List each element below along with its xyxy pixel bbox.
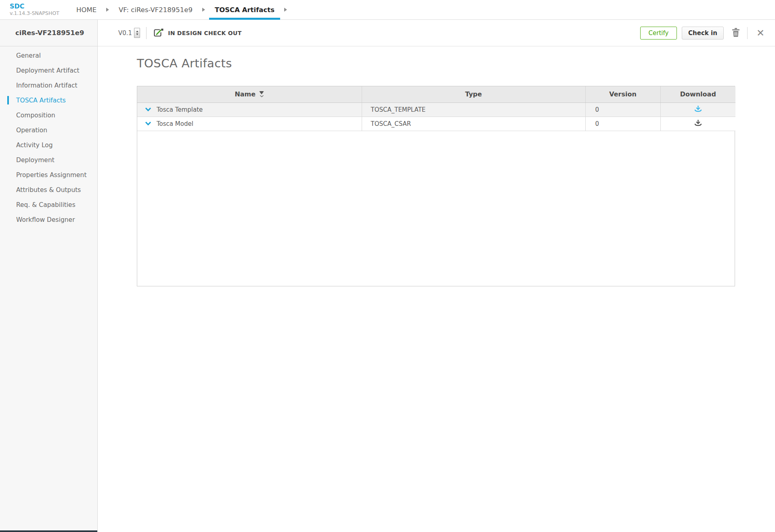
close-button[interactable]: ✕ <box>755 27 766 39</box>
chevron-down-icon <box>145 106 151 113</box>
artifact-version: 0 <box>585 102 660 117</box>
table-row-tosca-template: Tosca Template TOSCA_TEMPLATE 0 <box>137 102 735 117</box>
artifact-name: Tosca Model <box>157 120 193 127</box>
workspace-toolbar: V0.1 IN DESIGN CHECK OUT Certify Check i… <box>98 20 775 46</box>
stepper-down-icon <box>136 33 138 35</box>
resource-name: ciRes-VF218951e9 <box>15 29 84 37</box>
sidebar-item-deployment-artifact[interactable]: Deployment Artifact <box>0 63 97 78</box>
sidebar-menu: General Deployment Artifact Information … <box>0 46 97 227</box>
sort-filter-icon <box>259 91 264 98</box>
sidebar-item-attributes-outputs[interactable]: Attributes & Outputs <box>0 182 97 197</box>
table-header-row: Name Type Versio <box>137 86 735 102</box>
artifact-type: TOSCA_TEMPLATE <box>362 102 585 117</box>
toolbar-divider <box>747 27 748 39</box>
sidebar-item-workflow-designer[interactable]: Workflow Designer <box>0 212 97 227</box>
toolbar-actions: Certify Check in <box>640 27 766 40</box>
certify-button[interactable]: Certify <box>640 27 677 40</box>
sidebar-item-properties-assignment[interactable]: Properties Assignment <box>0 167 97 182</box>
breadcrumb-separator-icon <box>106 8 109 12</box>
sidebar-item-req-capabilities[interactable]: Req. & Capabilities <box>0 197 97 212</box>
sidebar-item-tosca-artifacts[interactable]: TOSCA Artifacts <box>0 93 97 108</box>
sdc-logo: SDC v.1.14.3-SNAPSHOT <box>0 0 76 19</box>
column-header-version: Version <box>585 86 660 102</box>
trash-icon <box>732 28 740 38</box>
close-icon: ✕ <box>756 28 765 38</box>
version-label: V0.1 <box>118 29 132 37</box>
breadcrumb-separator-icon <box>202 8 205 12</box>
table-row-tosca-model: Tosca Model TOSCA_CSAR 0 <box>137 117 735 131</box>
download-button[interactable] <box>693 119 703 128</box>
sdc-version-text: v.1.14.3-SNAPSHOT <box>10 10 76 16</box>
column-header-download: Download <box>660 86 735 102</box>
sidebar-item-general[interactable]: General <box>0 48 97 63</box>
sidebar-item-deployment[interactable]: Deployment <box>0 152 97 167</box>
content-area: TOSCA Artifacts Name <box>98 46 775 286</box>
sidebar-item-composition[interactable]: Composition <box>0 108 97 123</box>
artifact-version: 0 <box>585 117 660 131</box>
lifecycle-status-label: IN DESIGN CHECK OUT <box>168 30 241 36</box>
download-icon <box>693 108 703 114</box>
breadcrumb: HOME VF: ciRes-VF218951e9 TOSCA Artifact… <box>76 0 297 19</box>
sidebar: ciRes-VF218951e9 General Deployment Arti… <box>0 20 98 532</box>
breadcrumb-home[interactable]: HOME <box>76 0 96 19</box>
artifacts-table-container: Name Type Versio <box>137 86 735 286</box>
sidebar-footer-strip <box>0 530 97 532</box>
download-icon <box>693 122 703 128</box>
download-button[interactable] <box>693 105 703 114</box>
check-in-button[interactable]: Check in <box>682 27 724 40</box>
delete-button[interactable] <box>732 28 740 38</box>
stepper-up-icon <box>136 31 138 32</box>
column-header-type: Type <box>362 86 585 102</box>
main-panel: V0.1 IN DESIGN CHECK OUT Certify Check i… <box>98 20 775 532</box>
sidebar-header: ciRes-VF218951e9 <box>0 20 97 46</box>
chevron-down-icon <box>145 121 151 127</box>
artifact-type: TOSCA_CSAR <box>362 117 585 131</box>
top-bar: SDC v.1.14.3-SNAPSHOT HOME VF: ciRes-VF2… <box>0 0 775 20</box>
in-design-edit-icon <box>153 28 164 38</box>
expand-row-button[interactable] <box>145 106 151 113</box>
artifacts-table: Name Type Versio <box>137 86 735 131</box>
sidebar-item-operation[interactable]: Operation <box>0 123 97 138</box>
sidebar-item-activity-log[interactable]: Activity Log <box>0 138 97 152</box>
version-stepper[interactable] <box>134 28 140 38</box>
breadcrumb-separator-icon <box>284 8 287 12</box>
sidebar-item-information-artifact[interactable]: Information Artifact <box>0 78 97 93</box>
column-header-name-label: Name <box>235 90 256 98</box>
breadcrumb-tosca-artifacts[interactable]: TOSCA Artifacts <box>215 0 274 19</box>
sdc-logo-text: SDC <box>10 3 76 10</box>
column-header-name[interactable]: Name <box>137 86 362 102</box>
artifact-name: Tosca Template <box>157 106 203 113</box>
breadcrumb-vf[interactable]: VF: ciRes-VF218951e9 <box>119 0 193 19</box>
expand-row-button[interactable] <box>145 121 151 127</box>
toolbar-divider <box>146 27 147 39</box>
page-title: TOSCA Artifacts <box>137 56 775 70</box>
